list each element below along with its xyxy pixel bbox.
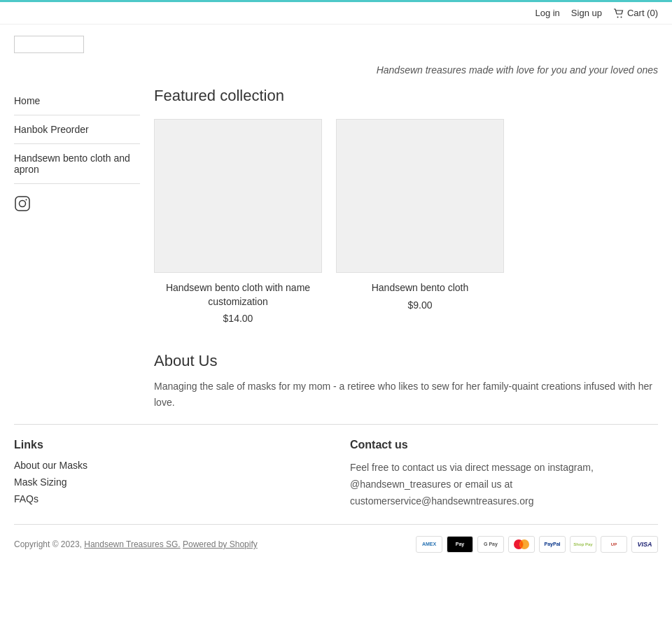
footer-links-col: Links About our Masks Mask Sizing FAQs bbox=[14, 439, 322, 510]
payment-union: UP bbox=[601, 536, 627, 553]
copyright-prefix: Copyright © 2023, bbox=[14, 539, 82, 549]
copyright-text: Copyright © 2023, Handsewn Treasures SG.… bbox=[14, 539, 258, 549]
sidebar-item-bento[interactable]: Handsewn bento cloth and apron bbox=[14, 144, 140, 184]
footer-link-faqs[interactable]: FAQs bbox=[14, 493, 38, 504]
sidebar-link-hanbok[interactable]: Hanbok Preorder bbox=[14, 115, 140, 143]
footer-link-masks[interactable]: About our Masks bbox=[14, 460, 88, 471]
footer-link-item-faqs[interactable]: FAQs bbox=[14, 493, 322, 504]
login-link[interactable]: Log in bbox=[535, 8, 559, 18]
cart-label: Cart (0) bbox=[627, 8, 658, 18]
sidebar-item-hanbok[interactable]: Hanbok Preorder bbox=[14, 115, 140, 144]
featured-collection-title: Featured collection bbox=[154, 87, 658, 105]
mastercard-svg bbox=[512, 538, 531, 551]
about-us-title: About Us bbox=[154, 352, 658, 370]
payment-gpay: G Pay bbox=[477, 536, 504, 553]
product-image-2 bbox=[336, 119, 504, 273]
top-bar: Log in Sign up Cart (0) bbox=[0, 2, 672, 24]
footer-link-sizing[interactable]: Mask Sizing bbox=[14, 476, 66, 488]
footer-contact-text: Feel free to contact us via direct messa… bbox=[350, 460, 658, 509]
sidebar-nav: Home Hanbok Preorder Handsewn bento clot… bbox=[14, 87, 140, 184]
footer-links-list: About our Masks Mask Sizing FAQs bbox=[14, 460, 322, 504]
top-bar-links: Log in Sign up Cart (0) bbox=[535, 8, 658, 18]
product-price-1: $14.00 bbox=[154, 313, 322, 324]
instagram-icon bbox=[14, 195, 31, 212]
cart-link[interactable]: Cart (0) bbox=[613, 8, 658, 18]
footer-link-item-sizing[interactable]: Mask Sizing bbox=[14, 476, 322, 488]
footer: Links About our Masks Mask Sizing FAQs C… bbox=[0, 410, 672, 567]
products-grid: Handsewn bento cloth with name customiza… bbox=[154, 119, 658, 324]
about-us-section: About Us Managing the sale of masks for … bbox=[154, 352, 658, 410]
payment-apple: Pay bbox=[447, 536, 473, 553]
main-content: Featured collection Handsewn bento cloth… bbox=[154, 87, 658, 410]
payment-visa: VISA bbox=[631, 536, 658, 553]
product-card-1[interactable]: Handsewn bento cloth with name customiza… bbox=[154, 119, 322, 324]
product-image-1 bbox=[154, 119, 322, 273]
main-container: Home Hanbok Preorder Handsewn bento clot… bbox=[0, 87, 672, 410]
instagram-link-container[interactable] bbox=[14, 195, 140, 214]
footer-link-item-masks[interactable]: About our Masks bbox=[14, 460, 322, 471]
payment-paypal: PayPal bbox=[539, 536, 566, 553]
sidebar-link-bento[interactable]: Handsewn bento cloth and apron bbox=[14, 144, 140, 183]
product-title-1: Handsewn bento cloth with name customiza… bbox=[154, 281, 322, 309]
logo-area bbox=[0, 24, 672, 59]
sidebar-item-home[interactable]: Home bbox=[14, 87, 140, 115]
payment-amex: AMEX bbox=[416, 536, 442, 553]
sidebar-link-home[interactable]: Home bbox=[14, 87, 140, 115]
svg-point-1 bbox=[620, 16, 622, 17]
signup-link[interactable]: Sign up bbox=[571, 8, 602, 18]
footer-top: Links About our Masks Mask Sizing FAQs C… bbox=[14, 424, 658, 510]
payment-shopify: Shop Pay bbox=[570, 536, 596, 553]
about-us-text: Managing the sale of masks for my mom - … bbox=[154, 379, 658, 410]
product-card-2[interactable]: Handsewn bento cloth $9.00 bbox=[336, 119, 504, 324]
svg-rect-2 bbox=[15, 197, 29, 211]
product-title-2: Handsewn bento cloth bbox=[336, 281, 504, 295]
svg-point-4 bbox=[26, 199, 27, 201]
svg-point-3 bbox=[20, 201, 26, 207]
tagline: Handsewn treasures made with love for yo… bbox=[0, 59, 672, 87]
payment-icons: AMEX Pay G Pay PayPal Shop Pay UP VISA bbox=[416, 536, 658, 553]
footer-contact-title: Contact us bbox=[350, 439, 658, 451]
payment-mastercard bbox=[508, 536, 535, 553]
powered-by-link[interactable]: Powered by Shopify bbox=[183, 539, 258, 549]
shop-name-link[interactable]: Handsewn Treasures SG. bbox=[84, 539, 180, 549]
search-input[interactable] bbox=[14, 36, 84, 53]
instagram-link[interactable] bbox=[14, 195, 31, 214]
svg-point-0 bbox=[617, 16, 618, 17]
footer-contact-col: Contact us Feel free to contact us via d… bbox=[350, 439, 658, 510]
cart-icon bbox=[613, 8, 624, 18]
sidebar: Home Hanbok Preorder Handsewn bento clot… bbox=[14, 87, 140, 410]
footer-links-title: Links bbox=[14, 439, 322, 451]
footer-bottom: Copyright © 2023, Handsewn Treasures SG.… bbox=[14, 524, 658, 553]
product-price-2: $9.00 bbox=[336, 299, 504, 311]
